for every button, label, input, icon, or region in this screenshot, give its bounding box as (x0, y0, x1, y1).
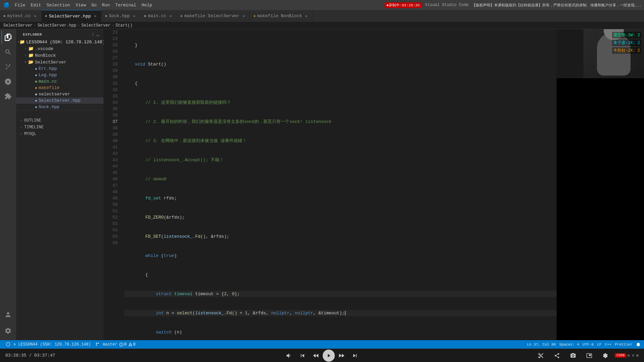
mysql-panel[interactable]: › MYSQL (16, 131, 104, 137)
tree-item-selectserver-folder[interactable]: ▾ 📂 SelectServer (16, 59, 104, 65)
tree-item-sock-hpp[interactable]: ◆ Sock.hpp (16, 104, 104, 110)
status-eol[interactable]: LF (597, 343, 601, 347)
status-notifications[interactable] (636, 342, 641, 347)
timeline-label: TIMELINE (24, 125, 44, 130)
activity-debug[interactable] (1, 75, 15, 88)
tab-close-selectserver[interactable]: ✕ (92, 13, 98, 19)
tab-label-main: main.cc (148, 13, 166, 18)
timeline-panel[interactable]: › TIMELINE (16, 124, 104, 131)
activity-settings[interactable] (1, 324, 15, 337)
err-file-icon: ◆ (35, 66, 37, 71)
svg-point-0 (6, 68, 7, 70)
tab-sock-hpp[interactable]: ● Sock.hpp ✕ (102, 10, 140, 22)
activity-extensions[interactable] (1, 90, 15, 103)
code-line-24: void Start() (124, 61, 557, 67)
menu-file[interactable]: File (12, 0, 28, 10)
tree-item-nonblock[interactable]: › 📁 NonBlock (16, 52, 104, 59)
rewind-5-button[interactable] (309, 349, 323, 362)
tab-label-mk1: makefile SelectServer (184, 13, 239, 18)
status-warnings[interactable]: 0 (128, 342, 135, 347)
ln-56: 56 (104, 240, 118, 246)
ln-55: 55 (104, 233, 118, 240)
outline-chevron: › (20, 119, 22, 123)
ln-37: 37 (104, 119, 118, 125)
tab-makefile-nonblock[interactable]: ● makefile NonBlock ✕ (250, 10, 313, 22)
tab-close-mytest[interactable]: ✕ (33, 13, 38, 19)
tab-mytest-cc[interactable]: ● mytest.cc ✕ (0, 10, 42, 22)
tab-close-main[interactable]: ✕ (168, 13, 173, 19)
menu-go[interactable]: Go (89, 0, 99, 10)
tree-item-main-cc[interactable]: ◆ main.cc (16, 78, 104, 85)
tree-item-selectserver-bin[interactable]: ◆ selectserver (16, 91, 104, 97)
cursor (345, 311, 346, 315)
status-encoding[interactable]: UTF-8 (582, 343, 594, 347)
screenshot-icon[interactable] (566, 349, 580, 362)
code-editor[interactable]: 23 24 25 26 27 28 29 30 31 32 33 34 35 3… (104, 29, 557, 340)
ln-34: 34 (104, 99, 118, 106)
tab-close-mk1[interactable]: ✕ (241, 13, 246, 19)
breadcrumb-part2[interactable]: SelectServer.hpp (38, 23, 76, 28)
ln-45: 45 (104, 170, 118, 176)
menu-view[interactable]: View (73, 0, 89, 10)
code-line-26: // 1. 这里我们能够直接获取新的链接吗？ (124, 99, 557, 106)
editor-column: 23 24 25 26 27 28 29 30 31 32 33 34 35 3… (104, 29, 557, 340)
tree-item-makefile[interactable]: ◆ makefile (16, 85, 104, 91)
ln-42: 42 (104, 150, 118, 157)
menu-edit[interactable]: Edit (28, 0, 44, 10)
prev-button[interactable] (296, 349, 309, 362)
volume-button[interactable] (282, 349, 296, 362)
log-hpp-label: Log.hpp (39, 73, 57, 78)
code-text[interactable]: } void Start() { // 1. 这里我们能够直接获取新的链接吗？ … (121, 29, 557, 340)
breadcrumb-part4[interactable]: Start() (116, 23, 132, 28)
settings-icon[interactable] (599, 349, 612, 362)
status-formatter[interactable]: Prettier (615, 343, 633, 347)
status-ln-col[interactable]: Ln 37, Col 80 (527, 343, 556, 347)
status-lang[interactable]: C++ (605, 343, 611, 347)
status-spaces[interactable]: Spaces: 4 (559, 343, 579, 347)
menu-run[interactable]: Run (99, 0, 112, 10)
csdn-badge: CSDN (615, 353, 626, 358)
status-git-branch[interactable]: master (95, 342, 117, 347)
tab-selectserver-hpp[interactable]: ● SelectServer.hpp ✕ (42, 10, 102, 22)
tab-close-mk2[interactable]: ✕ (304, 13, 309, 19)
tab-makefile-select[interactable]: ● makefile SelectServer ✕ (177, 10, 250, 22)
tree-item-log-hpp[interactable]: ◆ Log.hpp (16, 72, 104, 78)
breadcrumb-part3[interactable]: SelectServer (81, 23, 110, 28)
mysql-label: MYSQL (24, 132, 36, 136)
menu-terminal[interactable]: Terminal (113, 0, 139, 10)
menu-help[interactable]: Help (139, 0, 155, 10)
activity-account[interactable] (1, 308, 15, 321)
ln-40: 40 (104, 138, 118, 144)
pip-icon[interactable] (582, 349, 596, 362)
tree-root[interactable]: ▾ 📁 LESSON44 (SSH: 120.78.126.148) (16, 39, 104, 45)
cut-icon[interactable] (534, 349, 548, 362)
status-errors[interactable]: 0 (119, 342, 126, 347)
app-icon (3, 1, 10, 9)
tree-item-selectserver-hpp[interactable]: ◆ SelectServer.hpp (16, 97, 104, 104)
vscode-label: Visual Studio Code (425, 3, 469, 7)
tree-item-err-hpp[interactable]: ◆ Err.hpp (16, 65, 104, 72)
activity-explorer[interactable] (1, 31, 15, 44)
play-pause-button[interactable] (323, 350, 335, 362)
tree-item-vscode[interactable]: › 📁 .vscode (16, 45, 104, 52)
activity-search[interactable] (1, 45, 15, 59)
forward-5-button[interactable] (335, 349, 348, 362)
ln-43: 43 (104, 157, 118, 163)
selectserver-folder-label: SelectServer (35, 60, 67, 65)
menu-selection[interactable]: Selection (44, 0, 73, 10)
breadcrumb-sep3: › (112, 23, 114, 28)
next-button[interactable] (348, 349, 362, 362)
log-file-icon: ◆ (35, 73, 37, 77)
new-folder-icon[interactable]: … (96, 32, 99, 37)
new-file-icon[interactable]:  (92, 32, 95, 37)
share-icon[interactable] (550, 349, 564, 362)
tab-close-sock[interactable]: ✕ (131, 13, 137, 19)
status-ssh[interactable]: ⎆ LESSON44 (SSH: 120.78.126.148) (3, 342, 93, 347)
outline-panel[interactable]: › OUTLINE (16, 117, 104, 124)
tab-main-cc[interactable]: ● main.cc ✕ (140, 10, 177, 22)
ln-31: 31 (104, 80, 118, 87)
ln-27: 27 (104, 55, 118, 61)
activity-git[interactable] (1, 60, 15, 74)
breadcrumb-part1[interactable]: SelectServer (3, 23, 32, 28)
selectserver-folder-icon: 📂 (28, 59, 34, 65)
